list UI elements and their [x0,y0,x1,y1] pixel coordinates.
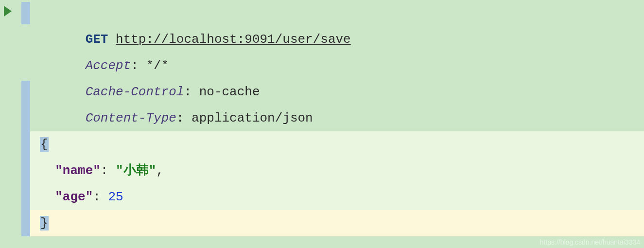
change-marker [21,2,30,24]
json-key: "name" [55,163,101,178]
header-line[interactable]: Accept: */* [30,26,644,53]
change-marker-column [21,0,30,248]
watermark: https://blog.csdn.net/huantai3334 [540,238,640,246]
code-area[interactable]: GET http://localhost:9091/user/save Acce… [30,0,644,248]
json-key: "age" [55,190,93,204]
run-request-icon[interactable] [4,6,12,17]
json-body-line[interactable]: } [30,210,644,236]
json-body-line[interactable]: { [30,131,644,158]
gutter [0,0,21,248]
blank-line[interactable] [30,105,644,131]
json-string-value: "小韩" [116,163,156,178]
json-number-value: 25 [108,190,123,204]
change-marker [21,81,30,236]
colon: : [93,190,108,204]
http-request-editor[interactable]: GET http://localhost:9091/user/save Acce… [0,0,644,248]
request-line[interactable]: GET http://localhost:9091/user/save [30,0,644,26]
json-body-line[interactable]: "age": 25 [30,184,644,210]
brace-close: } [40,216,49,230]
colon: : [101,163,116,178]
header-line[interactable]: Cache-Control: no-cache [30,53,644,79]
comma: , [156,163,164,178]
json-body-line[interactable]: "name": "小韩", [30,158,644,184]
header-line[interactable]: Content-Type: application/json [30,79,644,105]
brace-open: { [40,137,49,152]
